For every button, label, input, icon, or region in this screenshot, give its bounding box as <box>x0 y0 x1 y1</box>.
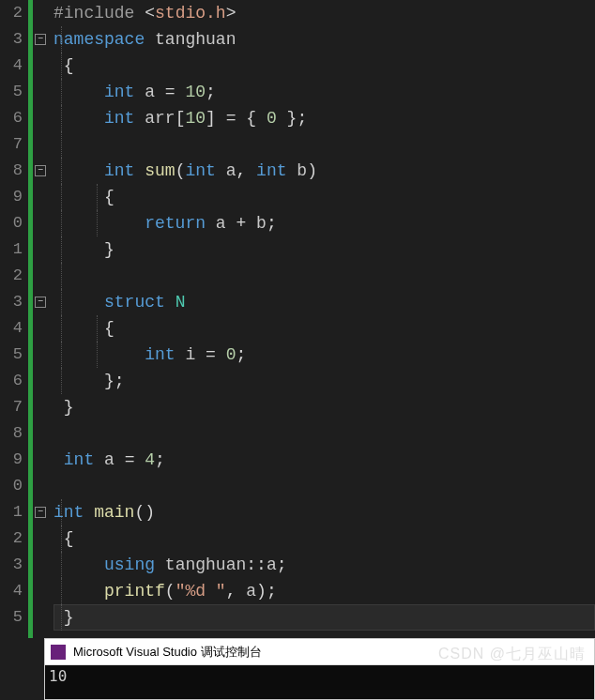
line-number: 9 <box>0 184 23 210</box>
console-title-text: Microsoft Visual Studio 调试控制台 <box>73 644 262 661</box>
code-line <box>53 420 595 447</box>
line-number: 9 <box>0 447 23 473</box>
line-number: 3 <box>0 26 23 53</box>
console-output-text: 10 <box>49 667 67 685</box>
code-line: } <box>53 236 595 263</box>
code-line: #include <stdio.h> <box>53 0 595 26</box>
fold-toggle[interactable]: − <box>35 165 46 176</box>
line-number: 2 <box>0 525 23 552</box>
code-line <box>53 473 595 499</box>
line-number: 2 <box>0 0 23 26</box>
code-line: return a + b; <box>53 210 595 236</box>
line-number: 7 <box>0 131 23 158</box>
code-area[interactable]: #include <stdio.h> namespace tanghuan { … <box>50 0 595 638</box>
line-number: 1 <box>0 236 23 263</box>
code-line: { <box>53 525 595 552</box>
line-number: 8 <box>0 420 23 447</box>
code-line: } <box>53 394 595 420</box>
line-number: 5 <box>0 342 23 368</box>
line-number: 4 <box>0 315 23 342</box>
vs-icon <box>51 645 66 660</box>
code-line: int sum(int a, int b) <box>53 158 595 184</box>
line-number: 1 <box>0 499 23 525</box>
line-number: 5 <box>0 79 23 105</box>
line-number: 0 <box>0 473 23 499</box>
code-line: printf("%d ", a); <box>53 578 595 604</box>
line-number: 3 <box>0 552 23 578</box>
line-number: 3 <box>0 289 23 315</box>
debug-console-window[interactable]: Microsoft Visual Studio 调试控制台 10 <box>44 638 595 700</box>
code-line: struct N <box>53 289 595 315</box>
code-line: int a = 10; <box>53 79 595 105</box>
code-line: int main() <box>53 499 595 525</box>
code-line: int a = 4; <box>53 447 595 473</box>
line-number: 7 <box>0 394 23 420</box>
code-line <box>53 263 595 289</box>
line-number: 6 <box>0 105 23 131</box>
line-number: 4 <box>0 578 23 604</box>
line-number: 5 <box>0 604 23 631</box>
line-number: 6 <box>0 368 23 394</box>
code-line <box>53 131 595 158</box>
code-line: { <box>53 184 595 210</box>
code-line: { <box>53 315 595 342</box>
code-line: using tanghuan::a; <box>53 552 595 578</box>
code-line: int i = 0; <box>53 342 595 368</box>
code-line: }; <box>53 368 595 394</box>
line-number: 4 <box>0 53 23 79</box>
code-line: { <box>53 53 595 79</box>
line-number: 2 <box>0 263 23 289</box>
line-number: 8 <box>0 158 23 184</box>
code-line-active: } <box>53 604 595 631</box>
code-editor[interactable]: 234567890123456789012345 −−−− #include <… <box>0 0 595 638</box>
console-titlebar[interactable]: Microsoft Visual Studio 调试控制台 <box>45 639 594 665</box>
code-line: namespace tanghuan <box>53 26 595 53</box>
fold-toggle[interactable]: − <box>35 34 46 45</box>
code-line: int arr[10] = { 0 }; <box>53 105 595 131</box>
fold-toggle[interactable]: − <box>35 507 46 518</box>
console-output: 10 <box>45 665 594 699</box>
line-number-gutter: 234567890123456789012345 <box>0 0 28 638</box>
fold-column: −−−− <box>33 0 50 638</box>
fold-toggle[interactable]: − <box>35 297 46 308</box>
line-number: 0 <box>0 210 23 236</box>
